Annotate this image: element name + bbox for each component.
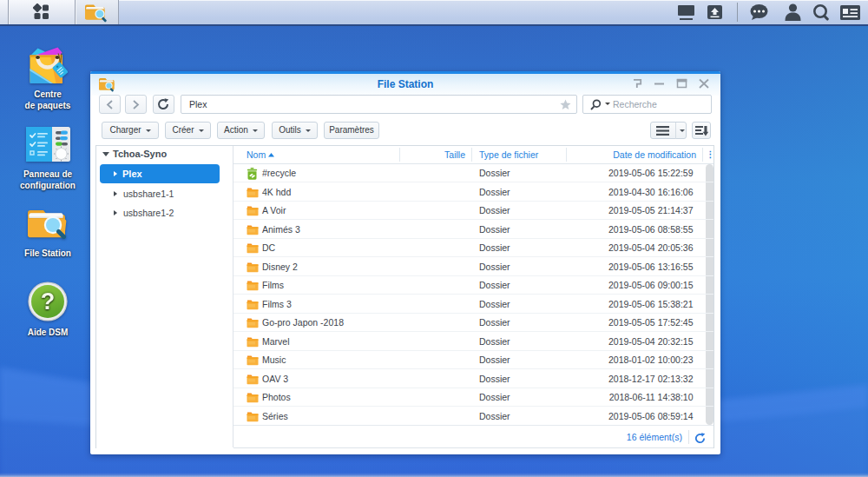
svg-text:?: ? xyxy=(41,288,56,315)
